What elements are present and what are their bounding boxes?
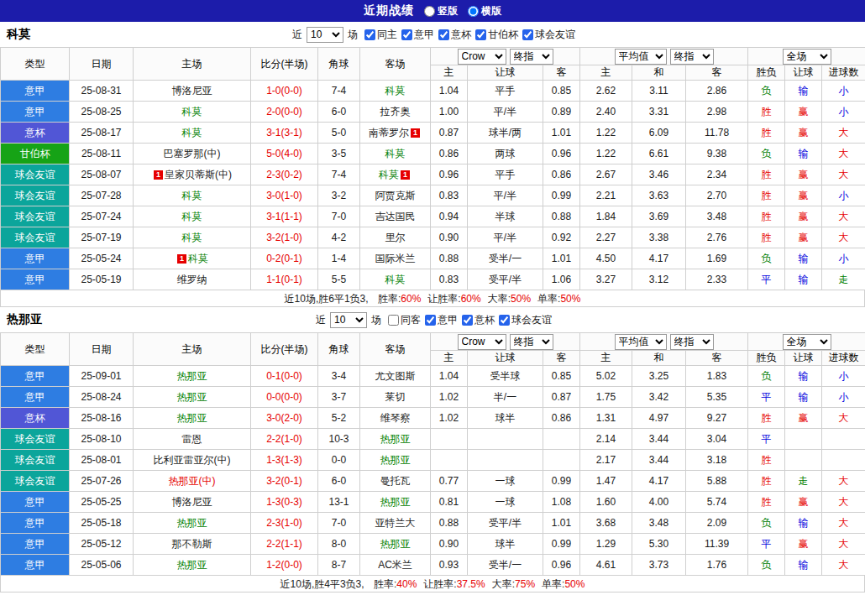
result-outcome-cell: 胜 [748, 164, 785, 185]
score-cell: 0-2(0-1) [251, 248, 318, 269]
avg-cell-avg-away: 2.76 [686, 227, 748, 248]
filter-option-club-friendly[interactable]: 球会友谊 [499, 313, 552, 327]
odds-cell-odds-handicap: 平手 [468, 164, 543, 185]
serie-a-checkbox[interactable] [425, 315, 436, 326]
odds-cell-odds-handicap: 半/一 [468, 387, 543, 408]
col-header-corners: 角球 [318, 48, 360, 81]
odds-stage-select[interactable]: 终指 [510, 49, 553, 65]
avg-stage-select[interactable]: 终指 [670, 334, 714, 350]
avg-cell-avg-away: 2.09 [686, 513, 748, 534]
odds-stage-select[interactable]: 终指 [510, 334, 553, 350]
match-row: 意甲25-05-12那不勒斯2-2(1-1)8-0热那亚0.90球半0.991.… [1, 534, 865, 555]
result-handicap-cell: 赢 [785, 185, 822, 206]
subcol-odds-away: 客 [543, 65, 580, 81]
horizontal-radio[interactable] [468, 6, 479, 17]
filter-option-same-home[interactable]: 同主 [364, 28, 397, 42]
team-name-text: 热那亚 [380, 496, 411, 508]
avg-cell-avg-home: 4.50 [580, 248, 632, 269]
odds-cell-odds-home: 1.02 [431, 408, 468, 429]
match-date-cell: 25-08-11 [70, 144, 134, 164]
same-home-checkbox[interactable] [364, 29, 375, 40]
scope-select[interactable]: 全场 [783, 334, 831, 350]
gamper-checkbox[interactable] [475, 29, 486, 40]
col-header-league-type: 类型 [1, 333, 70, 366]
corner-cell: 10-3 [318, 429, 360, 450]
layout-option-vertical[interactable]: 竖版 [424, 4, 458, 18]
odds-cell-odds-handicap: 半球 [468, 206, 543, 227]
odds-company-select[interactable]: Crow [458, 334, 506, 350]
odds-cell-odds-away [543, 429, 580, 450]
layout-option-horizontal[interactable]: 横版 [468, 4, 501, 18]
odds-cell-odds-handicap: 一球 [468, 471, 543, 492]
filter-option-label: 同客 [401, 313, 421, 327]
home-team-cell: 热那亚(中) [134, 471, 251, 492]
avg-source-select[interactable]: 平均值 [615, 334, 667, 350]
result-handicap-cell: 赢 [785, 227, 822, 248]
odds-cell-odds-home [431, 450, 468, 471]
filter-option-same-away[interactable]: 同客 [388, 313, 421, 327]
avg-stage-select[interactable]: 终指 [670, 49, 714, 65]
odds-cell-odds-home: 1.00 [431, 102, 468, 123]
corner-cell: 13-1 [318, 492, 360, 513]
odds-cell-odds-handicap: 平/半 [468, 185, 543, 206]
result-handicap-cell: 输 [785, 81, 822, 102]
scope-select[interactable]: 全场 [783, 49, 831, 65]
avg-cell-avg-home: 2.40 [580, 102, 632, 123]
avg-cell-avg-home: 2.21 [580, 185, 632, 206]
score-cell: 2-2(1-1) [251, 534, 318, 555]
filter-option-serie-a[interactable]: 意甲 [401, 28, 434, 42]
avg-cell-avg-home: 1.75 [580, 387, 632, 408]
vertical-radio[interactable] [424, 6, 435, 17]
league-type-cell: 意杯 [1, 123, 70, 144]
filter-option-club-friendly[interactable]: 球会友谊 [522, 28, 575, 42]
corner-cell: 3-4 [318, 366, 360, 387]
odds-company-select[interactable]: Crow [458, 49, 506, 65]
result-goals-cell: 走 [822, 269, 865, 290]
filter-option-coppa-italia[interactable]: 意杯 [462, 313, 495, 327]
club-friendly-checkbox[interactable] [522, 29, 533, 40]
team-name-text: 热那亚 [177, 370, 207, 382]
stat-label: 单率: [537, 293, 560, 305]
match-row: 球会友谊25-08-10雷恩2-2(1-0)10-3热那亚2.143.443.0… [1, 429, 865, 450]
odds-cell-odds-home: 1.04 [431, 366, 468, 387]
avg-source-select[interactable]: 平均值 [615, 49, 667, 65]
recent-count-select[interactable]: 10 [307, 27, 343, 43]
filter-option-label: 同主 [377, 28, 397, 42]
recent-count-select[interactable]: 10 [330, 312, 367, 328]
corner-cell: 7-0 [318, 206, 360, 227]
score-cell: 3-1(1-1) [251, 206, 318, 227]
coppa-italia-checkbox[interactable] [462, 315, 473, 326]
avg-cell-avg-away: 2.70 [686, 185, 748, 206]
filter-option-label: 意甲 [414, 28, 434, 42]
team-name-text: 博洛尼亚 [172, 85, 212, 97]
avg-cell-avg-draw: 4.00 [632, 492, 686, 513]
result-goals-cell: 小 [822, 387, 865, 408]
score-cell: 0-1(0-0) [251, 366, 318, 387]
filter-option-gamper[interactable]: 甘伯杯 [475, 28, 518, 42]
team-name-text: 热那亚 [380, 433, 411, 445]
avg-cell-avg-home: 5.02 [580, 366, 632, 387]
away-team-cell: 热那亚 [360, 429, 431, 450]
result-goals-cell: 大 [822, 492, 865, 513]
col-header-score: 比分(半场) [251, 333, 318, 366]
filter-option-serie-a[interactable]: 意甲 [425, 313, 458, 327]
score-cell: 1-0(0-0) [251, 81, 318, 102]
filter-controls: 近10场同主意甲意杯甘伯杯球会友谊 [290, 27, 575, 43]
same-away-checkbox[interactable] [388, 315, 399, 326]
away-team-cell: 维琴察 [360, 408, 431, 429]
result-handicap-cell: 赢 [785, 206, 822, 227]
result-outcome-cell: 负 [748, 81, 785, 102]
result-handicap-cell: 赢 [785, 492, 822, 513]
club-friendly-checkbox[interactable] [499, 315, 510, 326]
match-date-cell: 25-05-06 [70, 555, 134, 576]
filter-option-label: 甘伯杯 [488, 28, 518, 42]
result-handicap-cell [785, 429, 822, 450]
stat-value: 37.5% [457, 578, 485, 590]
corner-cell: 1-4 [318, 248, 360, 269]
coppa-italia-checkbox[interactable] [438, 29, 449, 40]
filter-option-label: 意甲 [438, 313, 458, 327]
filter-option-coppa-italia[interactable]: 意杯 [438, 28, 471, 42]
serie-a-checkbox[interactable] [401, 29, 412, 40]
team-name-text: 科莫 [182, 106, 202, 117]
odds-cell-odds-away: 0.96 [543, 144, 580, 164]
